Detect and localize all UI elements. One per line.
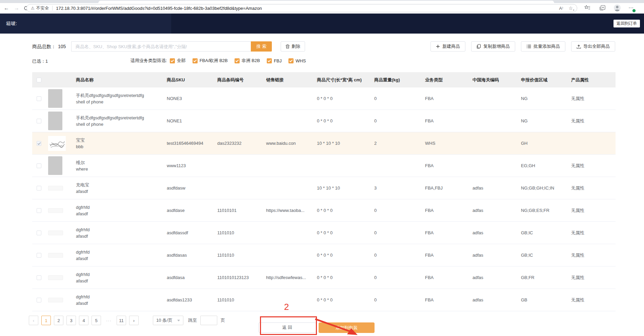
- product-image: [48, 89, 62, 108]
- back-to-order-button[interactable]: 返回到订单: [613, 20, 640, 27]
- page-number-button[interactable]: 2: [54, 316, 63, 325]
- jump-to-label: 跳至: [188, 317, 197, 323]
- update-badge: [632, 9, 636, 13]
- product-customs-code: [472, 110, 521, 132]
- filter-option[interactable]: FBJ: [267, 58, 282, 63]
- product-name-en: afasdf: [76, 300, 167, 307]
- profile-avatar-icon[interactable]: [613, 4, 621, 12]
- read-aloud-icon[interactable]: A⁾: [559, 6, 563, 11]
- product-biz-type: FBA: [425, 222, 472, 244]
- row-checkbox[interactable]: [37, 186, 41, 191]
- table-body: 手机壳dfgsdfgsdfgsdfgsretretertdfg shell of…: [32, 87, 616, 311]
- filter-option[interactable]: WHS: [288, 58, 306, 63]
- collections-icon[interactable]: [599, 4, 606, 12]
- total-count: 商品总数：105: [32, 44, 66, 50]
- product-link: [266, 289, 317, 311]
- filter-option[interactable]: 非洲 B2B: [235, 58, 260, 64]
- address-bar[interactable]: ⚠ 不安全 172.18.70.3:8071/#/orderForWMS/add…: [26, 4, 577, 12]
- checkbox-checked-icon[interactable]: [288, 58, 294, 63]
- export-all-button[interactable]: 导出全部商品: [571, 41, 615, 52]
- pagination: ‹ 1 2 3 4 5 ··· 11 › 10 条/页 跳至 页: [29, 316, 225, 325]
- row-checkbox[interactable]: [37, 298, 41, 302]
- product-customs-code: adfas: [472, 289, 521, 311]
- product-link: https://www.taoba...: [266, 199, 317, 222]
- search-button[interactable]: 搜 索: [251, 41, 272, 52]
- product-sku: asdfdassdf: [167, 222, 217, 244]
- column-header: 产品属性: [571, 72, 616, 87]
- browser-toolbar: ← → ⚠ 不安全 172.18.70.3:8071/#/orderForWMS…: [0, 3, 644, 13]
- delete-button[interactable]: 删除: [281, 41, 305, 52]
- select-all-checkbox[interactable]: [37, 78, 41, 82]
- row-checkbox[interactable]: [37, 231, 41, 235]
- product-barcode: 11010101: [217, 199, 266, 222]
- product-weight: 0: [374, 222, 425, 244]
- batch-add-button[interactable]: 批量添加商品: [521, 41, 565, 52]
- filter-option-label: FBJ: [274, 58, 282, 63]
- product-attr: 无属性: [571, 266, 616, 289]
- next-page-button[interactable]: ›: [129, 316, 139, 325]
- page-number-button[interactable]: 3: [66, 316, 76, 325]
- copy-new-product-button[interactable]: 复制新增商品: [471, 41, 515, 52]
- checkbox-checked-icon[interactable]: [267, 58, 272, 63]
- product-weight: 0: [374, 199, 425, 222]
- product-biz-type: FBA: [425, 244, 472, 266]
- product-name-en: afasdf: [76, 211, 167, 217]
- page-number-button[interactable]: 1: [41, 316, 51, 325]
- product-image: [48, 136, 66, 151]
- row-checkbox[interactable]: [37, 163, 41, 168]
- product-size: 0 * 0 * 0: [317, 266, 374, 289]
- product-name-en: bbb: [76, 143, 167, 150]
- row-checkbox[interactable]: [37, 275, 41, 280]
- export-icon: [577, 44, 581, 49]
- product-attr: 无属性: [571, 222, 616, 244]
- favorites-bar-icon[interactable]: [584, 4, 591, 12]
- product-declare-region: NG;GB;ES;FR: [521, 199, 571, 222]
- product-name-cn: dgfrhfd: [76, 294, 167, 300]
- row-checkbox[interactable]: [37, 96, 41, 101]
- product-link: [266, 222, 317, 244]
- page-number-button[interactable]: 11: [117, 316, 126, 325]
- back-icon[interactable]: ←: [2, 4, 11, 12]
- row-checkbox[interactable]: [37, 141, 41, 146]
- product-name-en: afasdf: [76, 233, 167, 239]
- row-checkbox[interactable]: [37, 208, 41, 213]
- product-image: [48, 231, 63, 235]
- product-weight: 2: [374, 132, 425, 155]
- new-product-button[interactable]: 新建商品: [430, 41, 465, 52]
- checkbox-checked-icon[interactable]: [170, 58, 175, 63]
- product-name-cn: 维尔: [76, 159, 167, 166]
- checkbox-checked-icon[interactable]: [235, 58, 240, 63]
- table-header-row: 商品名称商品SKU商品条码编号销售链接商品尺寸(长*宽*高 cm)商品重量(kg…: [32, 72, 616, 87]
- page-size-select[interactable]: 10 条/页: [153, 316, 183, 325]
- table-row: dgfrhfd afasdf asdfdas1233 1101010 0 * 0…: [32, 289, 616, 311]
- row-checkbox[interactable]: [37, 119, 41, 123]
- product-barcode: 1101010: [217, 222, 266, 244]
- business-type-filter: 适用业务类型筛选: 全部 FBA/欧洲 B2B 非洲 B2B FBJ WHS: [130, 58, 306, 64]
- jump-page-input[interactable]: [200, 316, 217, 325]
- table-row: 宝宝 bbb test316546469494 das2323232 www.b…: [32, 132, 616, 155]
- filter-option[interactable]: FBA/欧洲 B2B: [193, 58, 228, 64]
- browser-tab[interactable]: [98, 1, 554, 3]
- product-barcode: das2323232: [217, 132, 266, 155]
- filter-option[interactable]: 全部: [170, 58, 186, 64]
- product-weight: 0: [374, 266, 425, 289]
- delete-label: 删除: [291, 43, 300, 50]
- table-row: 手机壳dfgsdfgsdfgsdfgsretretertdfg shell of…: [32, 87, 616, 110]
- prev-page-button[interactable]: ‹: [29, 316, 38, 325]
- product-name-cn: dgfrhfd: [76, 226, 167, 233]
- filter-group-label: 适用业务类型筛选:: [130, 58, 167, 64]
- add-to-package-button[interactable]: 添加到包装: [319, 322, 375, 333]
- product-declare-region: GB;FR: [521, 266, 571, 289]
- add-favorite-icon[interactable]: ☆+: [568, 5, 573, 11]
- search-input[interactable]: [71, 41, 251, 52]
- page-number-button[interactable]: 5: [92, 316, 101, 325]
- page-number-button[interactable]: 4: [79, 316, 88, 325]
- product-sku: asdfdas1233: [167, 289, 217, 311]
- checkbox-checked-icon[interactable]: [193, 58, 198, 63]
- row-checkbox[interactable]: [37, 253, 41, 258]
- star-plus-glyph: +: [573, 8, 575, 12]
- more-menu-icon[interactable]: ⋯: [628, 5, 633, 11]
- product-link: http://sdfeswfewas...: [266, 266, 317, 289]
- return-button[interactable]: 返 回: [258, 322, 316, 333]
- table-row: 维尔 where www1123 FBA EG;GH 无属性: [32, 155, 616, 177]
